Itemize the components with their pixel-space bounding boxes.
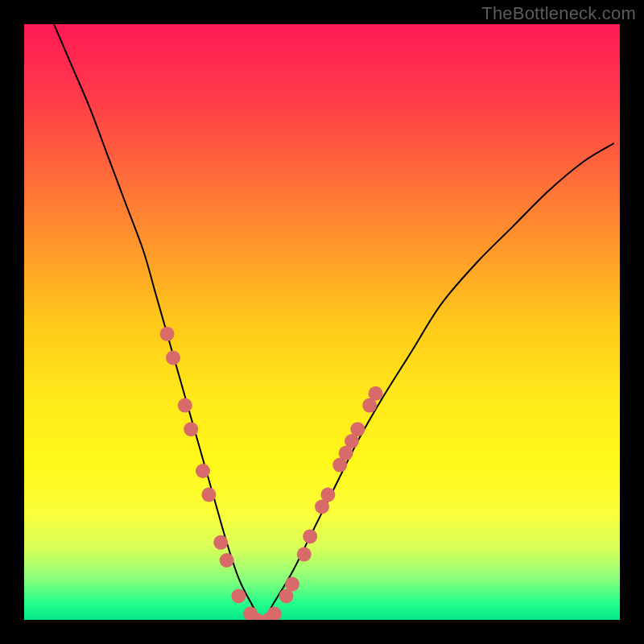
marker-dot xyxy=(267,607,282,620)
watermark-text: TheBottleneck.com xyxy=(481,3,636,24)
marker-dot xyxy=(369,386,383,401)
marker-dot xyxy=(213,535,228,550)
marker-group xyxy=(160,327,383,620)
chart-svg xyxy=(24,24,620,620)
marker-dot xyxy=(285,577,299,592)
marker-dot xyxy=(166,350,180,365)
marker-dot xyxy=(297,547,312,562)
marker-dot xyxy=(184,422,198,436)
marker-dot xyxy=(160,327,175,341)
marker-dot xyxy=(201,488,216,502)
curve-line xyxy=(54,24,614,620)
plot-area xyxy=(24,24,620,620)
chart-stage: TheBottleneck.com xyxy=(0,0,644,644)
marker-dot xyxy=(220,553,234,568)
marker-dot xyxy=(350,422,365,436)
marker-dot xyxy=(196,464,210,478)
marker-dot xyxy=(231,588,246,603)
marker-dot xyxy=(303,529,317,543)
marker-dot xyxy=(178,398,192,413)
marker-dot xyxy=(320,488,335,502)
